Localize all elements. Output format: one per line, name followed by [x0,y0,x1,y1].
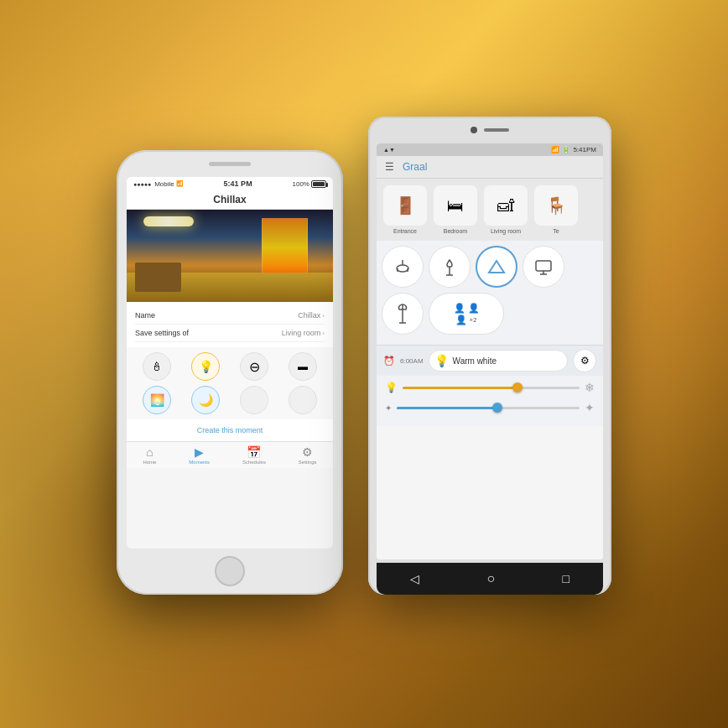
room-bedroom[interactable]: 🛏 Bedroom [432,185,479,234]
clock-icon: ⏰ [383,356,395,367]
person-icon-3: 👤 [455,315,467,325]
name-row[interactable]: Name Chillax › [135,307,325,325]
window-glow [262,218,308,277]
scene-candle[interactable]: 🕯 [135,352,179,381]
chevron-icon: › [322,312,325,320]
temp-fill [397,407,497,409]
ceiling-light-btn[interactable] [382,246,424,288]
person-icon-2: 👤 [468,303,480,314]
main-scene: ●●●●● Mobile 📶 5:41 PM 100% Chillax [0,0,728,728]
phone-android: ▲▼ 📶 🔋 5:41PM ☰ Graal 🚪 Entrance 🛏 Bedro… [368,117,611,595]
home-button[interactable]: ○ [486,571,495,586]
ios-settings-rows: Name Chillax › Save settings of Living r… [127,302,333,347]
living-label: Living room [491,228,521,234]
settings-tab-label: Settings [299,460,317,465]
android-camera [471,127,509,133]
ios-speaker [209,162,251,166]
fourth-room-icon: 🪑 [534,185,578,226]
light-row-1 [382,246,598,288]
save-settings-row[interactable]: Save settings of Living room › [135,325,325,342]
create-moment-section[interactable]: Create this moment [127,419,333,441]
temp-high-icon: ✦ [585,401,595,414]
ios-nav-title: Chillax [127,190,333,210]
room-entrance[interactable]: 🚪 Entrance [382,185,429,234]
ios-status-left: ●●●●● Mobile 📶 [133,180,184,188]
recents-button[interactable]: □ [562,572,569,585]
light-row-2: 👤 👤 👤 +2 [382,293,598,335]
android-statusbar: ▲▼ 📶 🔋 5:41PM [377,143,603,156]
signal-dots: ●●●●● [133,181,151,187]
triangle-light-btn[interactable] [476,246,517,288]
room-icons-row: 🚪 Entrance 🛏 Bedroom 🛋 Living room 🪑 Te [377,179,603,241]
tab-settings[interactable]: ⚙ Settings [299,445,317,465]
schedule-time: 6:00AM [400,357,424,365]
warm-white-badge[interactable]: 💡 Warm white [429,350,568,372]
moments-tab-label: Moments [189,460,210,465]
bedroom-label: Bedroom [444,228,467,234]
scene-empty1 [232,386,276,414]
android-wifi: 📶 [551,146,559,153]
back-button[interactable]: ◁ [410,572,419,585]
tab-moments[interactable]: ▶ Moments [189,445,210,465]
multi-light-btn[interactable]: 👤 👤 👤 +2 [429,293,504,335]
create-moment-label: Create this moment [197,426,263,434]
gear-icon: ⚙ [580,355,590,367]
chevron-icon-2: › [322,330,325,337]
ios-status-right: 100% [293,180,326,188]
scene-moon[interactable]: 🌙 [184,386,227,414]
empty-icon-1 [240,386,268,414]
svg-marker-6 [489,261,504,273]
scene-sunrise[interactable]: 🌅 [135,386,179,414]
floor-lamp-btn[interactable] [429,246,471,288]
ios-screen: ●●●●● Mobile 📶 5:41 PM 100% Chillax [127,177,333,549]
temp-slider-track[interactable] [397,407,580,409]
battery-icon [311,180,326,188]
room-living[interactable]: 🛋 Living room [482,185,529,234]
schedules-tab-icon: 📅 [247,445,261,459]
brightness-thumb[interactable] [512,382,523,393]
brightness-slider-track[interactable] [403,387,580,389]
living-icon: 🛋 [484,185,528,226]
fourth-label: Te [553,228,559,234]
scene-bulb[interactable]: 💡 [184,352,227,381]
tab-schedules[interactable]: 📅 Schedules [242,445,266,465]
scene-dim[interactable]: ⊖ [232,352,276,381]
temp-low-icon: ✦ [385,403,392,413]
settings-gear-btn[interactable]: ⚙ [573,349,596,372]
ios-title-text: Chillax [213,194,246,205]
ios-time: 5:41 PM [224,179,252,188]
android-speaker [484,128,509,132]
room-fourth[interactable]: 🪑 Te [533,185,580,234]
ios-home-button[interactable] [215,556,245,586]
entrance-label: Entrance [393,228,417,234]
standing-lamp-btn[interactable] [382,293,424,335]
light-controls: 👤 👤 👤 +2 [377,241,603,345]
save-settings-value: Living room › [282,329,325,337]
empty-icon-2 [289,386,317,414]
tab-home[interactable]: ⌂ Home [143,445,156,465]
multi-icons-row: 👤 👤 [454,303,480,314]
settings-tab-icon: ⚙ [302,445,313,459]
wifi-signal: 📶 [176,180,184,187]
monitor-light-btn[interactable] [523,246,564,288]
candle-icon: 🕯 [143,352,171,381]
android-appbar: ☰ Graal [377,156,603,179]
snowflake-icon: ❄ [585,381,595,394]
temp-thumb[interactable] [492,403,502,413]
line-icon: ▬ [289,352,317,381]
brightness-fill [403,387,517,389]
sliders-area: 💡 ❄ ✦ ✦ [377,376,603,426]
android-app-title: Graal [403,161,427,173]
brightness-low-icon: 💡 [385,382,398,393]
schedules-tab-label: Schedules [242,460,266,465]
scene-line[interactable]: ▬ [281,352,325,381]
home-tab-label: Home [143,460,156,465]
svg-point-0 [397,265,408,272]
dim-icon: ⊖ [240,352,268,381]
ceiling-light [143,216,194,226]
furniture [135,263,181,292]
hamburger-icon[interactable]: ☰ [385,161,394,173]
bedroom-icon: 🛏 [434,185,477,226]
ios-statusbar: ●●●●● Mobile 📶 5:41 PM 100% [127,177,333,190]
schedule-row: ⏰ 6:00AM 💡 Warm white ⚙ [377,345,603,376]
